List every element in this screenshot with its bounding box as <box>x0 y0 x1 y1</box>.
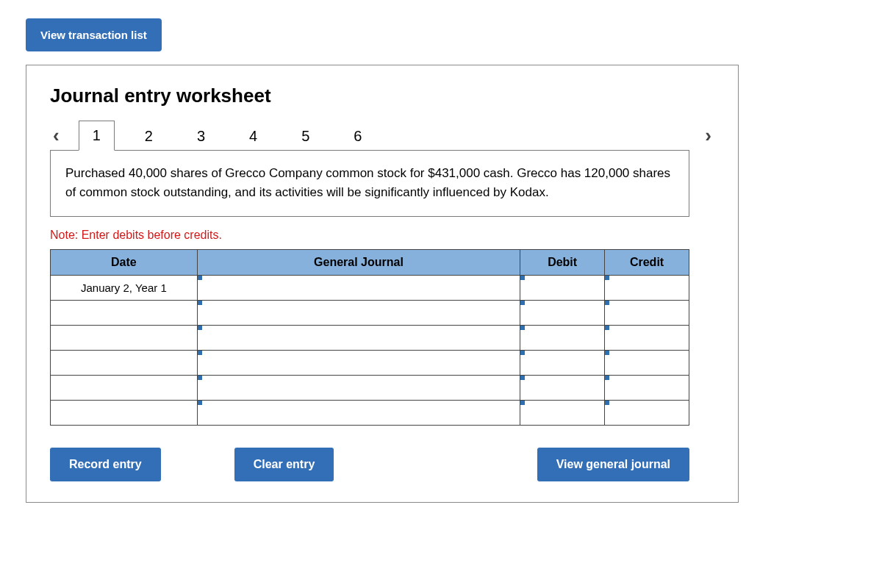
tab-3[interactable]: 3 <box>183 121 219 151</box>
cell-gj[interactable] <box>197 351 520 376</box>
journal-table: Date General Journal Debit Credit Januar… <box>50 249 689 426</box>
cell-date[interactable] <box>51 376 198 401</box>
cell-credit[interactable] <box>605 376 689 401</box>
tab-2[interactable]: 2 <box>131 121 167 151</box>
cell-credit[interactable] <box>605 401 689 426</box>
clear-entry-button[interactable]: Clear entry <box>234 448 334 481</box>
tab-4[interactable]: 4 <box>235 121 271 151</box>
journal-entry-panel: Journal entry worksheet ‹ 1 2 3 4 5 6 › … <box>26 65 739 503</box>
chevron-right-icon[interactable]: › <box>702 124 714 147</box>
transaction-description: Purchased 40,000 shares of Grecco Compan… <box>50 150 689 217</box>
table-row <box>51 401 689 426</box>
cell-gj[interactable] <box>197 276 520 301</box>
cell-debit[interactable] <box>520 351 605 376</box>
cell-credit[interactable] <box>605 326 689 351</box>
cell-date[interactable] <box>51 326 198 351</box>
cell-credit[interactable] <box>605 276 689 301</box>
tab-6[interactable]: 6 <box>340 121 376 151</box>
cell-gj[interactable] <box>197 376 520 401</box>
tab-1[interactable]: 1 <box>79 121 115 151</box>
col-header-gj: General Journal <box>197 250 520 276</box>
view-transaction-list-button[interactable]: View transaction list <box>26 18 162 51</box>
col-header-credit: Credit <box>605 250 689 276</box>
table-row <box>51 351 689 376</box>
cell-debit[interactable] <box>520 301 605 326</box>
cell-debit[interactable] <box>520 401 605 426</box>
table-row <box>51 376 689 401</box>
col-header-debit: Debit <box>520 250 605 276</box>
col-header-date: Date <box>51 250 198 276</box>
cell-debit[interactable] <box>520 376 605 401</box>
table-row: January 2, Year 1 <box>51 276 689 301</box>
view-general-journal-button[interactable]: View general journal <box>537 448 689 481</box>
page-title: Journal entry worksheet <box>50 85 714 107</box>
tabs-row: ‹ 1 2 3 4 5 6 › <box>50 121 714 151</box>
record-entry-button[interactable]: Record entry <box>50 448 161 481</box>
cell-date[interactable] <box>51 351 198 376</box>
cell-date[interactable] <box>51 401 198 426</box>
cell-date[interactable]: January 2, Year 1 <box>51 276 198 301</box>
table-row <box>51 301 689 326</box>
cell-credit[interactable] <box>605 301 689 326</box>
cell-debit[interactable] <box>520 276 605 301</box>
actions-row: Record entry Clear entry View general jo… <box>50 448 689 481</box>
cell-credit[interactable] <box>605 351 689 376</box>
tab-5[interactable]: 5 <box>287 121 323 151</box>
note-text: Note: Enter debits before credits. <box>50 229 714 242</box>
cell-gj[interactable] <box>197 301 520 326</box>
table-row <box>51 326 689 351</box>
cell-debit[interactable] <box>520 326 605 351</box>
cell-gj[interactable] <box>197 326 520 351</box>
cell-gj[interactable] <box>197 401 520 426</box>
cell-date[interactable] <box>51 301 198 326</box>
chevron-left-icon[interactable]: ‹ <box>50 124 62 147</box>
